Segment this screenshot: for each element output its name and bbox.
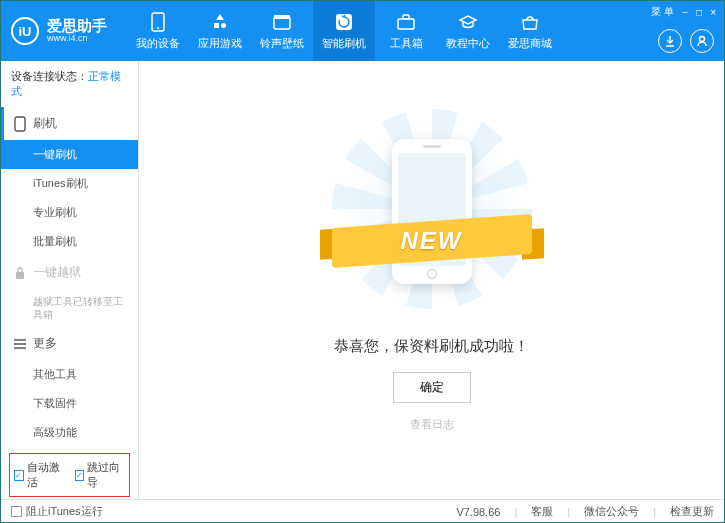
nav-tabs: 我的设备 应用游戏 铃声壁纸 智能刷机 工具箱 教程中心 爱思商城: [127, 1, 561, 61]
success-message: 恭喜您，保资料刷机成功啦！: [334, 337, 529, 356]
lock-icon: [13, 266, 27, 280]
app-title: 爱思助手: [47, 18, 107, 35]
version-label: V7.98.66: [456, 506, 500, 518]
logo-area: iU 爱思助手 www.i4.cn: [11, 17, 107, 45]
refresh-icon: [334, 12, 354, 32]
tab-label: 工具箱: [390, 36, 423, 51]
app-url: www.i4.cn: [47, 34, 107, 44]
tab-label: 应用游戏: [198, 36, 242, 51]
svg-rect-6: [403, 15, 409, 19]
footer: 阻止iTunes运行 V7.98.66 | 客服 | 微信公众号 | 检查更新: [1, 499, 724, 523]
tab-label: 铃声壁纸: [260, 36, 304, 51]
section-more[interactable]: 更多: [1, 327, 138, 360]
svg-rect-8: [15, 117, 25, 131]
maximize-icon[interactable]: □: [696, 7, 702, 18]
list-icon: [13, 337, 27, 351]
support-link[interactable]: 客服: [531, 504, 553, 519]
tab-my-device[interactable]: 我的设备: [127, 1, 189, 61]
window-controls: 菜 单 − □ ×: [651, 5, 716, 19]
section-jailbreak[interactable]: 一键越狱: [1, 256, 138, 289]
confirm-button[interactable]: 确定: [393, 372, 471, 403]
check-icon: ✓: [14, 470, 24, 481]
phone-icon: [148, 12, 168, 32]
tab-apps-games[interactable]: 应用游戏: [189, 1, 251, 61]
download-button[interactable]: [658, 29, 682, 53]
new-ribbon: NEW: [332, 221, 532, 261]
svg-point-7: [700, 37, 705, 42]
minimize-icon[interactable]: −: [682, 7, 688, 18]
menu-advanced[interactable]: 高级功能: [1, 418, 138, 447]
wechat-link[interactable]: 微信公众号: [584, 504, 639, 519]
jailbreak-note: 越狱工具已转移至工具箱: [1, 289, 138, 327]
close-icon[interactable]: ×: [710, 7, 716, 18]
menu-download-firmware[interactable]: 下载固件: [1, 389, 138, 418]
app-header: iU 爱思助手 www.i4.cn 我的设备 应用游戏 铃声壁纸 智能刷机 工具…: [1, 1, 724, 61]
store-icon: [520, 12, 540, 32]
svg-rect-3: [274, 15, 290, 19]
tab-smart-flash[interactable]: 智能刷机: [313, 1, 375, 61]
main-content: NEW 恭喜您，保资料刷机成功啦！ 确定 查看日志: [139, 61, 724, 499]
tab-label: 我的设备: [136, 36, 180, 51]
tab-tutorials[interactable]: 教程中心: [437, 1, 499, 61]
svg-point-1: [157, 27, 159, 29]
checkbox-block-itunes[interactable]: 阻止iTunes运行: [11, 504, 103, 519]
checkbox-skip-setup[interactable]: ✓跳过向导: [75, 460, 126, 490]
tab-ringtones[interactable]: 铃声壁纸: [251, 1, 313, 61]
tab-toolbox[interactable]: 工具箱: [375, 1, 437, 61]
menu-itunes-flash[interactable]: iTunes刷机: [1, 169, 138, 198]
sidebar: 设备连接状态：正常模式 刷机 一键刷机 iTunes刷机 专业刷机 批量刷机 一…: [1, 61, 139, 499]
check-update-link[interactable]: 检查更新: [670, 504, 714, 519]
svg-rect-9: [16, 272, 24, 279]
tab-label: 教程中心: [446, 36, 490, 51]
checkbox-auto-activate[interactable]: ✓自动激活: [14, 460, 65, 490]
svg-rect-5: [398, 19, 414, 29]
graduation-icon: [458, 12, 478, 32]
success-illustration: NEW: [352, 129, 512, 309]
user-button[interactable]: [690, 29, 714, 53]
checkbox-highlight-box: ✓自动激活 ✓跳过向导: [9, 453, 130, 497]
logo-icon: iU: [11, 17, 39, 45]
menu-pro-flash[interactable]: 专业刷机: [1, 198, 138, 227]
section-flash[interactable]: 刷机: [1, 107, 138, 140]
menu-batch-flash[interactable]: 批量刷机: [1, 227, 138, 256]
view-log-link[interactable]: 查看日志: [410, 417, 454, 432]
connection-status: 设备连接状态：正常模式: [1, 61, 138, 107]
checkbox-icon: [11, 506, 22, 517]
menu-other-tools[interactable]: 其他工具: [1, 360, 138, 389]
wallet-icon: [272, 12, 292, 32]
tab-label: 爱思商城: [508, 36, 552, 51]
phone-icon: [13, 117, 27, 131]
menu-label[interactable]: 菜 单: [651, 5, 674, 19]
tab-store[interactable]: 爱思商城: [499, 1, 561, 61]
tab-label: 智能刷机: [322, 36, 366, 51]
menu-one-key-flash[interactable]: 一键刷机: [1, 140, 138, 169]
toolbox-icon: [396, 12, 416, 32]
check-icon: ✓: [75, 470, 85, 481]
apps-icon: [210, 12, 230, 32]
